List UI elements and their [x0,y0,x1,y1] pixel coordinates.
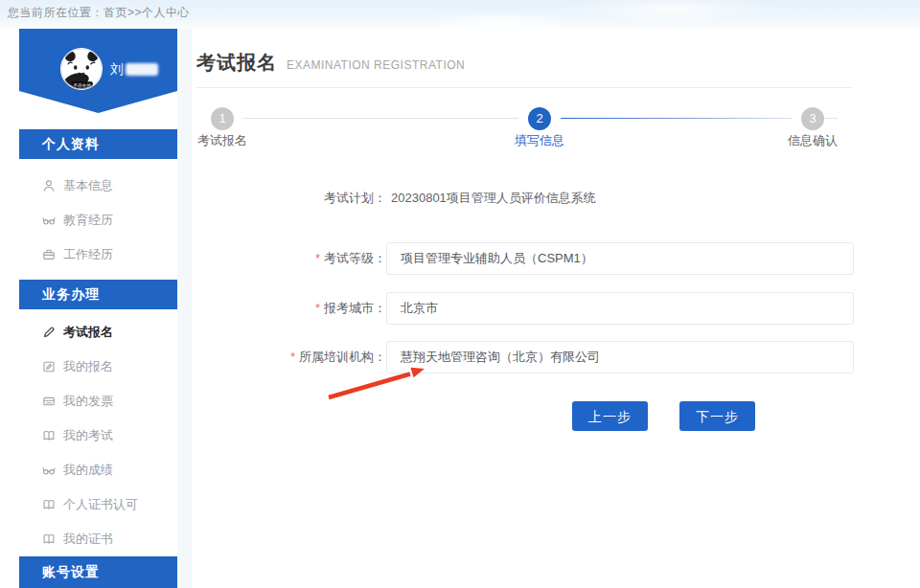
sidebar-section-personal-info[interactable]: 个人资料 [19,129,177,159]
pencil-icon [42,326,56,339]
training-org-select[interactable]: 慧翔天地管理咨询（北京）有限公司 [386,341,854,373]
book-icon [42,429,56,442]
book-icon [42,498,56,511]
page-title: 考试报名EXAMINATION REGISTRATION [196,50,465,76]
glasses-icon [42,464,56,477]
required-asterisk: * [290,350,295,364]
field-label-text: 所属培训机构： [299,350,386,364]
user-surname: 刘 [110,61,124,77]
sidebar-item-my-registration[interactable]: 我的报名 [19,350,177,384]
page-title-en: EXAMINATION REGISTRATION [287,58,465,72]
sidebar: 不存在的 刘 个人资料 基本信息 教育经历 工作经历 业务办理 考试报名 我 [19,29,177,588]
panda-avatar-image: 不存在的 [60,48,103,90]
sidebar-item-certificate-recognition[interactable]: 个人证书认可 [19,487,177,522]
step-connector-2 [561,118,792,119]
required-asterisk: * [315,301,320,315]
step-connector-1 [243,118,518,119]
sidebar-item-work-history[interactable]: 工作经历 [19,237,177,272]
sidebar-item-label: 教育经历 [63,203,113,237]
training-org-row: *所属培训机构： 慧翔天地管理咨询（北京）有限公司 [192,341,854,373]
sidebar-content-gap [177,29,192,588]
main-content: 考试报名EXAMINATION REGISTRATION 1 2 3 考试报名 … [192,29,920,588]
step-2-circle: 2 [528,107,551,130]
next-step-button[interactable]: 下一步 [679,401,755,431]
user-banner: 不存在的 刘 [19,29,177,113]
sidebar-item-label: 考试报名 [63,315,113,350]
breadcrumb[interactable]: 您当前所在位置：首页>>个人中心 [8,5,190,21]
sidebar-item-label: 我的发票 [63,384,113,418]
user-name-redacted [126,63,158,76]
sidebar-item-label: 我的报名 [63,350,113,384]
sidebar-item-label: 我的成绩 [63,453,113,487]
required-asterisk: * [315,251,320,265]
form-edit-icon [42,360,56,373]
prev-step-button[interactable]: 上一步 [572,401,648,431]
user-name: 刘 [110,61,158,79]
sidebar-item-my-certificates[interactable]: 我的证书 [19,522,177,556]
exam-level-row: *考试等级： 项目管理专业辅助人员（CSPM1） [192,242,854,275]
field-label-text: 报考城市： [324,301,386,315]
sidebar-item-exam-registration[interactable]: 考试报名 [19,315,177,350]
sidebar-item-label: 工作经历 [63,237,113,272]
exam-plan-row: 考试计划： 20230801项目管理人员评价信息系统 [192,190,596,207]
field-label-text: 考试等级： [324,251,386,265]
sidebar-item-my-invoices[interactable]: 我的发票 [19,384,177,418]
step-3-label: 信息确认 [770,132,856,149]
sidebar-item-education[interactable]: 教育经历 [19,203,177,237]
sidebar-section-business[interactable]: 业务办理 [19,280,177,309]
sidebar-section-account-settings[interactable]: 账号设置 [19,556,177,588]
exam-city-select[interactable]: 北京市 [386,292,854,325]
sidebar-item-my-scores[interactable]: 我的成绩 [19,453,177,487]
sidebar-item-basic-info[interactable]: 基本信息 [19,169,177,203]
personal-info-items: 基本信息 教育经历 工作经历 [19,159,177,280]
sidebar-item-label: 我的考试 [63,418,113,453]
user-icon [42,179,56,192]
sidebar-item-my-exams[interactable]: 我的考试 [19,418,177,453]
step-3-circle: 3 [801,107,824,130]
training-org-label: *所属培训机构： [192,349,386,366]
exam-level-label: *考试等级： [192,250,386,267]
avatar: 不存在的 [60,48,103,90]
book-icon [42,532,56,546]
sidebar-item-label: 我的证书 [63,522,113,556]
step-1-label: 考试报名 [179,132,265,149]
page-title-zh: 考试报名 [196,52,277,73]
business-items: 考试报名 我的报名 我的发票 我的考试 我的成绩 个人证书认可 我的证书 [19,309,177,556]
sidebar-item-label: 个人证书认可 [63,487,138,522]
exam-city-row: *报考城市： 北京市 [192,292,854,325]
step-connector-3 [824,118,838,119]
step-1-circle: 1 [211,107,234,130]
briefcase-icon [42,248,56,261]
invoice-icon [42,395,56,408]
glasses-icon [42,214,56,227]
exam-city-label: *报考城市： [192,300,386,317]
step-2-label: 填写信息 [496,132,583,149]
exam-level-select[interactable]: 项目管理专业辅助人员（CSPM1） [386,242,854,275]
exam-plan-value: 20230801项目管理人员评价信息系统 [391,190,596,207]
exam-plan-label: 考试计划： [192,190,386,207]
sidebar-item-label: 基本信息 [63,169,113,203]
title-divider [196,87,853,88]
